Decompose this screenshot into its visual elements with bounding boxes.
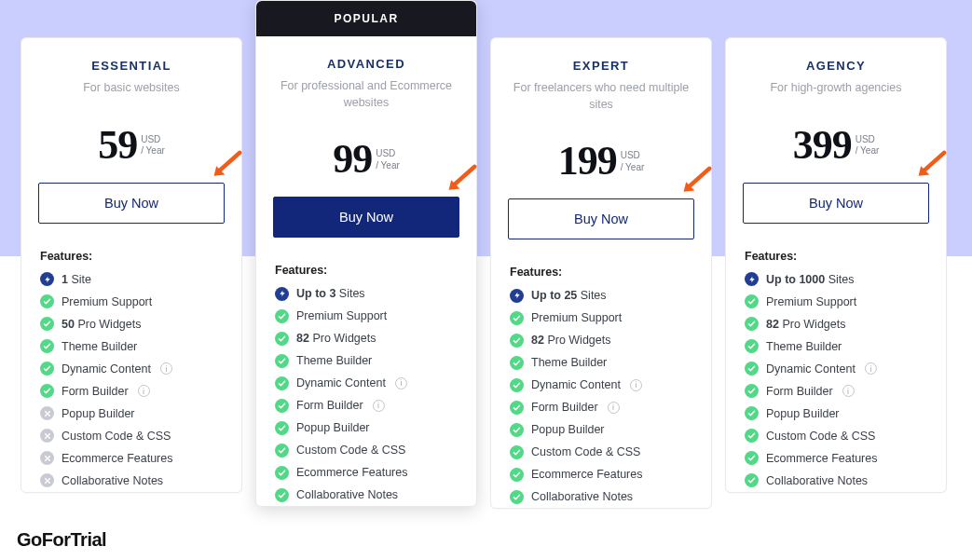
price-unit: USD/ Year <box>141 125 165 157</box>
feature-text: Ecommerce Features <box>531 468 642 481</box>
bolt-icon <box>510 289 524 303</box>
info-icon[interactable]: i <box>160 362 172 375</box>
feature-text: Popup Builder <box>62 407 135 420</box>
plan-card-advanced: POPULARADVANCEDFor professional and Ecom… <box>255 0 477 507</box>
info-icon[interactable]: i <box>608 402 620 414</box>
buy-now-button[interactable]: Buy Now <box>743 183 929 224</box>
info-icon[interactable]: i <box>865 362 877 375</box>
feature-text: Custom Code & CSS <box>62 430 171 443</box>
info-icon[interactable]: i <box>630 379 642 391</box>
price-amount: 399 <box>793 125 852 166</box>
feature-row: Custom Code & CSS <box>21 425 241 447</box>
feature-text: 50 Pro Widgets <box>62 318 141 331</box>
feature-row: Collaborative Notes <box>256 484 476 506</box>
check-icon <box>745 429 759 443</box>
feature-row: Ecommerce Features <box>256 461 476 484</box>
check-icon <box>510 423 524 437</box>
feature-text: Ecommerce Features <box>296 466 407 479</box>
price-amount: 59 <box>98 125 137 166</box>
feature-row: Ecommerce Features <box>726 447 946 470</box>
check-icon <box>275 444 289 458</box>
feature-text: 82 Pro Widgets <box>296 332 376 345</box>
feature-row: 82 Pro Widgets <box>726 313 946 335</box>
feature-text: Custom Code & CSS <box>766 430 875 443</box>
check-icon <box>40 294 54 308</box>
check-icon <box>275 488 289 502</box>
feature-row: Theme Builder <box>491 351 711 374</box>
check-icon <box>745 451 759 465</box>
feature-row: Up to 1000 Sites <box>726 268 946 291</box>
feature-text: Collaborative Notes <box>62 474 163 487</box>
feature-row: Popup Builder <box>491 418 711 441</box>
feature-row: Custom Code & CSS <box>726 425 946 447</box>
feature-text: Theme Builder <box>62 340 137 353</box>
check-icon <box>745 339 759 353</box>
arrow-icon <box>208 145 247 188</box>
plan-card-expert: EXPERTFor freelancers who need multiple … <box>490 37 712 509</box>
feature-row: Popup Builder <box>21 403 241 425</box>
feature-text: Theme Builder <box>531 356 607 369</box>
feature-row: Popup Builder <box>256 417 476 439</box>
features-heading: Features: <box>256 254 476 282</box>
plan-name: ESSENTIAL <box>38 59 225 73</box>
bolt-icon <box>745 272 759 286</box>
price-unit: USD/ Year <box>376 139 400 171</box>
info-icon[interactable]: i <box>842 385 855 397</box>
plan-header: AGENCYFor high-growth agencies <box>726 38 946 112</box>
feature-row: 82 Pro Widgets <box>256 327 476 349</box>
feature-text: Popup Builder <box>296 421 370 434</box>
feature-row: Theme Builder <box>21 335 241 358</box>
feature-text: Ecommerce Features <box>62 452 172 465</box>
bolt-icon <box>40 272 54 286</box>
feature-text: 82 Pro Widgets <box>531 334 610 347</box>
arrow-icon <box>443 159 482 202</box>
feature-row: Dynamic Contenti <box>256 372 476 394</box>
buy-now-button[interactable]: Buy Now <box>508 198 694 239</box>
plan-desc: For freelancers who need multiple sites <box>508 80 694 113</box>
check-icon <box>40 384 54 398</box>
feature-row: Up to 3 Sites <box>256 282 476 305</box>
buy-now-button[interactable]: Buy Now <box>273 197 459 238</box>
info-icon[interactable]: i <box>138 385 150 397</box>
feature-text: Popup Builder <box>531 423 605 436</box>
feature-text: Custom Code & CSS <box>531 445 640 458</box>
feature-row: Dynamic Contenti <box>726 358 946 380</box>
info-icon[interactable]: i <box>395 377 407 389</box>
feature-row: Ecommerce Features <box>21 447 241 470</box>
plan-name: AGENCY <box>743 59 929 73</box>
check-icon <box>275 309 289 323</box>
info-icon[interactable]: i <box>373 400 385 412</box>
feature-text: Dynamic Content <box>531 378 621 391</box>
check-icon <box>275 399 289 413</box>
arrow-icon <box>678 161 717 204</box>
disabled-icon <box>40 451 54 465</box>
plan-card-agency: AGENCYFor high-growth agencies399USD/ Ye… <box>725 37 947 493</box>
feature-row: Premium Support <box>21 291 241 313</box>
disabled-icon <box>40 473 54 487</box>
feature-row: Collaborative Notes <box>21 470 241 492</box>
plan-desc: For professional and Ecommerce websites <box>273 78 459 111</box>
features-heading: Features: <box>21 240 241 268</box>
feature-text: Form Builder <box>62 385 129 398</box>
feature-row: 1 Site <box>21 268 241 291</box>
check-icon <box>275 354 289 368</box>
arrow-icon <box>912 145 951 188</box>
plan-header: ESSENTIALFor basic websites <box>21 38 241 112</box>
feature-text: Collaborative Notes <box>296 488 398 501</box>
check-icon <box>40 362 54 376</box>
feature-text: Premium Support <box>766 295 856 308</box>
feature-text: 1 Site <box>62 273 91 286</box>
price-unit: USD/ Year <box>621 141 645 173</box>
disabled-icon <box>40 406 54 420</box>
feature-row: Premium Support <box>726 291 946 313</box>
feature-row: Form Builderi <box>491 396 711 418</box>
feature-text: Collaborative Notes <box>766 474 868 487</box>
check-icon <box>510 490 524 504</box>
check-icon <box>275 421 289 435</box>
buy-now-button[interactable]: Buy Now <box>38 183 225 224</box>
feature-text: Form Builder <box>296 399 363 412</box>
feature-row: Form Builderi <box>256 394 476 417</box>
plan-header: ADVANCEDFor professional and Ecommerce w… <box>256 36 476 126</box>
feature-row: Theme Builder <box>256 349 476 372</box>
feature-text: Up to 3 Sites <box>296 287 365 300</box>
